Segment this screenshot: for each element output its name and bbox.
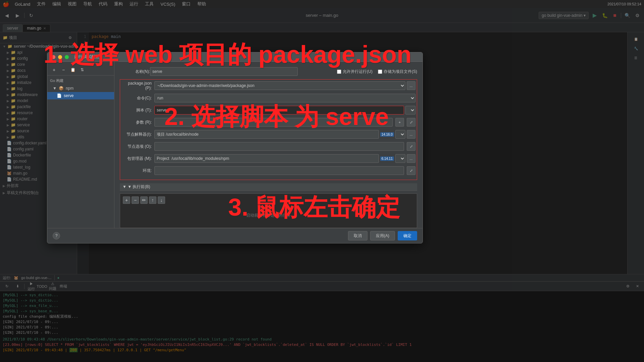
store-as-project-input[interactable]	[378, 70, 382, 74]
before-launch-area: + − ✏ ↑ ↓ 启动前没有要运行的任务	[120, 193, 417, 228]
sidebar-remove-btn[interactable]: −	[59, 66, 67, 74]
script-field-group: ▾	[154, 106, 415, 115]
node-version-badge: 14.16.0	[380, 132, 394, 137]
dialog-overlay: 运行/调试配置 + − 📋 ⇅ Go 构建 ▼ 📦 npm	[0, 0, 644, 362]
node-interpreter-input[interactable]	[154, 130, 379, 139]
env-expand-btn[interactable]: ⤢	[407, 166, 415, 175]
node-interpreter-group: 14.16.0 ▾ ...	[154, 130, 415, 139]
before-launch-remove-btn[interactable]: −	[132, 196, 139, 204]
node-interpreter-label: 节点解释器(I):	[121, 132, 152, 137]
command-label: 命令(C):	[121, 95, 152, 101]
dialog-titlebar: 运行/调试配置	[47, 52, 423, 62]
store-as-project-label: 存储为项目文件(S)	[384, 69, 417, 75]
sidebar-npm-item[interactable]: ▼ 📦 npm	[47, 85, 114, 92]
node-options-row: 节点选项 (O): ⤢	[121, 142, 415, 151]
before-launch-up-btn[interactable]: ↑	[149, 196, 156, 204]
sidebar-add-btn[interactable]: +	[50, 66, 58, 74]
before-launch-header[interactable]: ▼ ▼ 执行前(B)	[120, 183, 417, 191]
allow-parallel-label: 允许并行运行(U)	[343, 69, 373, 75]
args-add-btn[interactable]: +	[395, 118, 404, 127]
script-dropdown[interactable]: ▾	[405, 106, 415, 115]
command-field-group: run	[154, 94, 415, 102]
serve-label: serve	[64, 93, 73, 98]
dialog-content: 名称(N): 允许并行运行(U) 存储为项目文件(S)	[114, 62, 423, 228]
tl-close[interactable]	[51, 55, 55, 59]
tl-minimize[interactable]	[58, 55, 62, 59]
ok-button[interactable]: 确定	[398, 231, 417, 240]
before-launch-add-btn[interactable]: +	[123, 196, 130, 204]
args-expand-btn[interactable]: ⤢	[407, 118, 415, 127]
node-version-select[interactable]: ▾	[395, 130, 405, 139]
package-json-label: package.json (P):	[121, 81, 152, 90]
npm-label: npm	[66, 86, 73, 91]
sidebar-copy-btn[interactable]: 📋	[69, 66, 77, 74]
args-row: 参数 (R): + ⤢	[121, 118, 415, 127]
sidebar-sort-btn[interactable]: ⇅	[78, 66, 86, 74]
serve-file-icon: 📄	[57, 93, 62, 98]
package-manager-version-select[interactable]: ▾	[395, 154, 405, 163]
package-manager-row: 包管理器 (M): 6.14.11 ▾ ...	[121, 154, 415, 163]
apply-button[interactable]: 应用(A)	[370, 231, 395, 240]
node-options-label: 节点选项 (O):	[121, 144, 152, 149]
cancel-button[interactable]: 取消	[348, 231, 367, 240]
store-as-project-checkbox[interactable]: 存储为项目文件(S)	[378, 69, 417, 75]
script-label: 脚本 (T):	[121, 107, 152, 113]
package-manager-browse-btn[interactable]: ...	[407, 154, 415, 163]
package-json-field-group: ~/Downloads/gin-vue-admin-master/web/pac…	[154, 81, 415, 90]
before-launch-toggle-icon: ▼	[122, 184, 127, 189]
main-form-section: package.json (P): ~/Downloads/gin-vue-ad…	[120, 79, 417, 180]
args-label: 参数 (R):	[121, 120, 152, 125]
before-launch-section: ▼ ▼ 执行前(B) + − ✏ ↑ ↓ 启动前没有要运行的任务	[120, 183, 417, 228]
package-json-row: package.json (P): ~/Downloads/gin-vue-ad…	[121, 81, 415, 90]
before-launch-empty-text: 启动前没有要运行的任务	[123, 206, 414, 225]
env-input[interactable]	[154, 166, 404, 175]
script-row: 脚本 (T): ▾	[121, 106, 415, 115]
npm-arrow: ▼	[53, 86, 57, 91]
node-options-expand-btn[interactable]: ⤢	[407, 142, 415, 151]
tl-maximize[interactable]	[65, 55, 69, 59]
node-interpreter-browse-btn[interactable]: ...	[407, 130, 415, 139]
dialog-checkboxes: 允许并行运行(U) 存储为项目文件(S)	[337, 69, 417, 75]
sidebar-go-section: Go 构建	[47, 77, 114, 85]
args-input[interactable]	[154, 118, 393, 127]
dialog-sidebar: + − 📋 ⇅ Go 构建 ▼ 📦 npm 📄 serve	[47, 62, 114, 228]
package-json-select[interactable]: ~/Downloads/gin-vue-admin-master/web/pac…	[154, 81, 405, 90]
package-manager-input[interactable]	[154, 154, 379, 163]
before-launch-label: ▼ 执行前(B)	[128, 184, 150, 189]
command-select[interactable]: run	[154, 94, 415, 102]
name-input[interactable]	[150, 67, 298, 76]
run-debug-dialog: 运行/调试配置 + − 📋 ⇅ Go 构建 ▼ 📦 npm	[47, 52, 423, 243]
command-row: 命令(C): run	[121, 94, 415, 102]
script-input[interactable]	[154, 106, 404, 115]
package-manager-version-badge: 6.14.11	[380, 156, 394, 161]
env-label: 环境:	[121, 168, 152, 174]
dialog-title: 运行/调试配置	[74, 54, 99, 60]
sidebar-serve-item[interactable]: 📄 serve	[47, 92, 114, 99]
package-manager-label: 包管理器 (M):	[121, 156, 152, 162]
before-launch-edit-btn[interactable]: ✏	[140, 196, 148, 204]
before-launch-toolbar: + − ✏ ↑ ↓	[123, 196, 414, 204]
npm-icon: 📦	[59, 86, 64, 91]
package-json-browse-btn[interactable]: ...	[407, 81, 415, 90]
dialog-footer: ? 取消 应用(A) 确定	[47, 228, 423, 243]
env-row: 环境: ⤢	[121, 166, 415, 175]
dialog-name-row: 名称(N): 允许并行运行(U) 存储为项目文件(S)	[120, 67, 417, 76]
node-options-input[interactable]	[154, 142, 404, 151]
allow-parallel-checkbox[interactable]: 允许并行运行(U)	[337, 69, 373, 75]
node-interpreter-row: 节点解释器(I): 14.16.0 ▾ ...	[121, 130, 415, 139]
name-label: 名称(N):	[120, 69, 150, 75]
before-launch-down-btn[interactable]: ↓	[158, 196, 165, 204]
help-button[interactable]: ?	[53, 232, 60, 239]
allow-parallel-input[interactable]	[337, 70, 341, 74]
